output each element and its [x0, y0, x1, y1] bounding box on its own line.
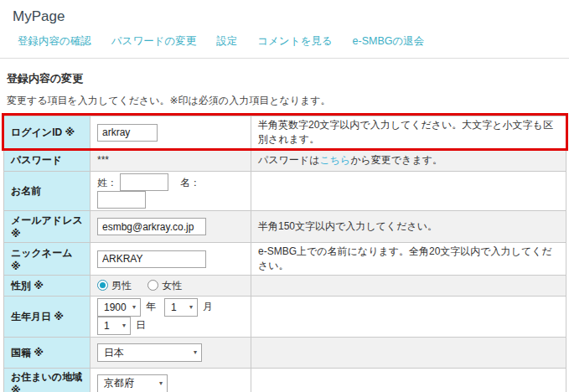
field-label-gender: 性別 ※	[4, 276, 91, 297]
registration-form-table: ログインID ※ 半角英数字20文字以内で入力してください。大文字と小文字も区別…	[3, 116, 566, 392]
birth-year-select[interactable]: 1900▾	[97, 298, 141, 317]
region-value: 京都府	[104, 376, 134, 390]
email-hint: 半角150文字以内で入力してください。	[251, 211, 566, 243]
birth-month-value: 1	[171, 302, 177, 313]
password-hint-suffix: から変更できます。	[350, 154, 442, 166]
field-label-nationality: 国籍 ※	[4, 338, 91, 369]
row-email: メールアドレス ※ 半角150文字以内で入力してください。	[4, 211, 566, 243]
section-heading: 登録内容の変更	[0, 59, 569, 86]
row-password: パスワード *** パスワードはこちらから変更できます。	[4, 149, 566, 172]
password-change-link[interactable]: こちら	[319, 154, 350, 166]
first-name-label: 名：	[180, 177, 200, 188]
dropdown-caret-icon: ▾	[194, 349, 197, 356]
region-select[interactable]: 京都府▾	[97, 374, 168, 392]
field-label-nickname: ニックネーム ※	[4, 243, 91, 276]
page-title: MyPage	[0, 0, 569, 28]
password-masked-value: ***	[91, 149, 251, 172]
birth-month-select[interactable]: 1▾	[164, 298, 198, 317]
field-label-password: パスワード	[4, 149, 91, 172]
field-label-email: メールアドレス ※	[4, 211, 91, 243]
nationality-select[interactable]: 日本▾	[97, 343, 202, 362]
row-name: お名前 姓：名：	[4, 172, 566, 211]
birth-year-value: 1900	[104, 302, 127, 313]
row-gender: 性別 ※ 男性 女性	[4, 276, 566, 297]
first-name-input[interactable]	[97, 191, 146, 209]
dropdown-caret-icon: ▾	[132, 304, 136, 311]
gender-female-label: 女性	[162, 280, 182, 291]
field-label-region: お住まいの地域 ※	[4, 369, 91, 392]
last-name-label: 姓：	[97, 177, 117, 188]
gender-female-radio[interactable]	[147, 280, 158, 291]
name-hint	[251, 172, 566, 211]
top-nav: 登録内容の確認 パスワードの変更 設定 コメントを見る e-SMBGの退会	[0, 28, 569, 59]
nav-link-confirm-registration[interactable]: 登録内容の確認	[18, 34, 91, 49]
field-label-name: お名前	[4, 172, 91, 211]
row-region: お住まいの地域 ※ 京都府▾	[4, 369, 566, 392]
month-unit-label: 月	[203, 301, 213, 312]
dropdown-caret-icon: ▾	[159, 380, 163, 387]
birth-day-value: 1	[104, 320, 110, 332]
login-id-hint: 半角英数字20文字以内で入力してください。大文字と小文字も区別されます。	[251, 116, 566, 149]
day-unit-label: 日	[136, 319, 146, 331]
gender-hint	[251, 276, 566, 297]
field-label-birthdate: 生年月日 ※	[4, 297, 91, 338]
nationality-hint	[251, 338, 566, 369]
region-hint	[251, 369, 566, 392]
password-hint: パスワードはこちらから変更できます。	[251, 149, 566, 172]
field-label-login-id: ログインID ※	[4, 116, 91, 149]
gender-male-radio[interactable]	[97, 280, 108, 291]
row-login-id: ログインID ※ 半角英数字20文字以内で入力してください。大文字と小文字も区別…	[4, 116, 566, 149]
row-nationality: 国籍 ※ 日本▾	[4, 338, 566, 369]
email-input[interactable]	[97, 218, 206, 235]
nav-link-change-password[interactable]: パスワードの変更	[111, 34, 196, 49]
nav-link-withdraw[interactable]: e-SMBGの退会	[353, 34, 425, 49]
password-hint-prefix: パスワードは	[258, 154, 319, 166]
radio-dot-icon	[100, 282, 106, 288]
gender-male-label: 男性	[111, 280, 132, 291]
instruction-text: 変更する項目を入力してください。※印は必須の入力項目となります。	[0, 86, 569, 114]
nickname-hint: e-SMBG上での名前になります。全角20文字以内で入力してください。	[251, 243, 566, 276]
registration-form: ログインID ※ 半角英数字20文字以内で入力してください。大文字と小文字も区別…	[3, 116, 566, 392]
last-name-input[interactable]	[120, 173, 168, 191]
nav-link-settings[interactable]: 設定	[216, 34, 237, 49]
row-nickname: ニックネーム ※ e-SMBG上での名前になります。全角20文字以内で入力してく…	[4, 243, 566, 276]
nationality-value: 日本	[104, 346, 124, 360]
dropdown-caret-icon: ▾	[122, 322, 126, 329]
nav-link-view-comments[interactable]: コメントを見る	[257, 34, 332, 49]
login-id-input[interactable]	[97, 124, 158, 142]
birthdate-hint	[251, 297, 566, 338]
dropdown-caret-icon: ▾	[189, 304, 193, 311]
birth-day-select[interactable]: 1▾	[97, 317, 131, 335]
nickname-input[interactable]	[97, 250, 206, 268]
year-unit-label: 年	[146, 301, 156, 312]
row-birthdate: 生年月日 ※ 1900▾年1▾月1▾日	[4, 297, 566, 338]
